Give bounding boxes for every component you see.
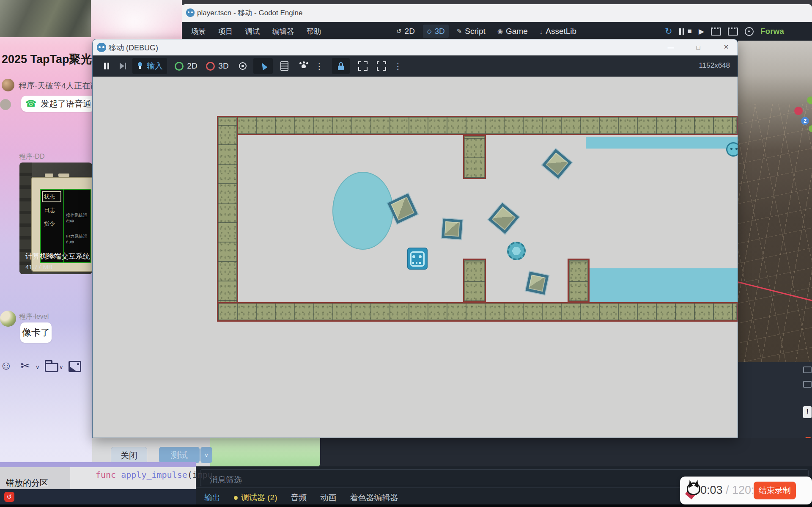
camera-lock-toggle[interactable] (332, 58, 350, 74)
gizmo-z-ball[interactable]: Z (801, 117, 809, 125)
3d-debug-toggle[interactable]: 3D (203, 58, 231, 74)
cursor-arrow-icon (259, 62, 267, 71)
terminal-menu-item: 日志 (44, 207, 55, 214)
menu-editor[interactable]: 编辑器 (272, 27, 294, 36)
crate (542, 149, 572, 179)
close-window-button[interactable]: ✕ (720, 41, 732, 53)
menu-project[interactable]: 项目 (218, 27, 233, 36)
terminal-nub (45, 174, 53, 177)
scene-list-button[interactable] (277, 58, 291, 74)
tile-column-left (217, 116, 238, 322)
test-dropdown-button[interactable]: ∨ (200, 447, 212, 463)
partition-label: 错放的分区 (6, 477, 48, 489)
red-app-icon[interactable]: ↺ (4, 492, 14, 502)
sender-name: 程序-DD (19, 152, 44, 161)
partition-status-cell: 错放的分区 (0, 467, 70, 489)
script-editor-strip[interactable]: func apply_impulse(impu (70, 467, 196, 489)
more-view-button[interactable]: ⋮ (394, 58, 402, 74)
pause-icon[interactable] (679, 28, 681, 35)
avatar[interactable] (0, 99, 11, 110)
workspace-tabs: ↺ 2D ◇ 3D ✎ Script ◉ Game ↓ AssetLib (392, 22, 580, 41)
image-icon[interactable] (69, 361, 81, 372)
maximize-button[interactable]: □ (692, 41, 705, 53)
dock-icon[interactable] (803, 366, 812, 373)
menu-help[interactable]: 帮助 (307, 27, 321, 36)
phone-icon: ☎ (25, 99, 36, 109)
voice-call-label: 发起了语音通话 (41, 98, 100, 110)
debug-toolbar: 输入 2D 3D ⋮ ⋮ 1152x648 (93, 55, 738, 77)
select-mode-button[interactable] (253, 58, 273, 74)
tab-2d[interactable]: ↺ 2D (392, 25, 419, 38)
editor-dark-strip (320, 438, 812, 468)
tab-debugger-label: 调试器 (2) (241, 492, 277, 503)
pause-button[interactable] (99, 58, 111, 74)
3d-viewport-strip[interactable]: Z (738, 41, 812, 362)
tile-row-bottom (217, 302, 738, 322)
emoji-icon[interactable]: ☺ (0, 359, 12, 372)
voice-call-banner[interactable]: ☎ 发起了语音通话 (21, 96, 95, 112)
expand-view-button[interactable] (374, 58, 389, 74)
chat-header-artwork (0, 0, 91, 37)
sender-name: 程序-level (19, 312, 49, 321)
grab-button[interactable] (296, 58, 311, 74)
tab-script[interactable]: ✎ Script (453, 25, 489, 38)
close-button[interactable]: 关闭 (111, 447, 147, 464)
gizmo-y-ball[interactable] (807, 96, 812, 104)
movie-writer-icon[interactable] (728, 28, 738, 36)
menu-debug[interactable]: 调试 (245, 27, 260, 36)
avatar[interactable] (0, 311, 16, 327)
film-reel-icon[interactable] (745, 27, 754, 36)
tab-2d-label: 2D (405, 27, 415, 36)
gizmo-x-ball[interactable] (794, 107, 803, 115)
play-scene-icon[interactable]: ▶ (699, 27, 704, 36)
restart-scene-icon[interactable]: ↻ (665, 26, 672, 36)
terminal-menu-item: 指令 (44, 220, 55, 228)
warning-badge[interactable]: ! (803, 406, 812, 418)
fullscreen-corners-icon (358, 61, 368, 71)
input-label: 输入 (147, 61, 163, 72)
screen-bottom-strip (0, 504, 812, 507)
terminal-status-line: 操作系统运行中 (66, 212, 91, 224)
tab-audio[interactable]: 音频 (291, 492, 307, 503)
debug-titlebar[interactable]: 移动 (DEBUG) — □ ✕ (93, 39, 738, 56)
more-options-button[interactable]: ⋮ (315, 58, 324, 74)
2d-debug-toggle[interactable]: 2D (172, 58, 200, 74)
tab-3d[interactable]: ◇ 3D (423, 25, 449, 38)
godot-titlebar[interactable]: player.tscn - 移动 - Godot Engine (182, 4, 812, 22)
tab-shader-editor[interactable]: 着色器编辑器 (350, 492, 398, 503)
movie-maker-icon[interactable] (711, 28, 721, 36)
terminal-menu-item: 状态 (44, 193, 55, 201)
fit-view-button[interactable] (356, 58, 370, 74)
test-button[interactable]: 测试 (159, 447, 200, 463)
next-frame-button[interactable] (115, 58, 128, 74)
game-viewport[interactable] (93, 77, 738, 438)
tab-animation[interactable]: 动画 (321, 492, 337, 503)
screenshot-scissors-icon[interactable]: ✂ (20, 359, 30, 373)
folder-icon[interactable] (45, 363, 58, 372)
visibility-button[interactable] (236, 58, 250, 74)
tab-assetlib[interactable]: ↓ AssetLib (536, 25, 580, 38)
tab-game[interactable]: ◉ Game (494, 25, 532, 38)
chevron-down-icon[interactable]: ∨ (59, 364, 63, 370)
red-ring-icon (206, 62, 215, 71)
avatar[interactable] (2, 79, 14, 91)
resolution-label: 1152x648 (699, 61, 730, 70)
tab-debugger[interactable]: 调试器 (2) (234, 492, 277, 503)
video-message-card[interactable]: 状态 日志 指令 退出 操作系统运行中 电力系统运行中 计算机终端交互系统 ( … (19, 163, 92, 274)
list-icon (280, 61, 288, 71)
game-teal-circle (332, 172, 393, 250)
renderer-label[interactable]: Forwa (760, 27, 784, 36)
menu-scene[interactable]: 场景 (191, 27, 206, 36)
ghost-face (410, 251, 425, 267)
input-toggle[interactable]: 输入 (132, 58, 167, 74)
stop-icon[interactable]: ■ (688, 27, 692, 36)
minimize-button[interactable]: — (664, 41, 677, 53)
run-toolbar: ↻ ■ ▶ Forwa (665, 22, 784, 41)
message-filter-input[interactable] (209, 475, 380, 485)
chevron-down-icon[interactable]: ∨ (36, 364, 40, 370)
godot-menubar: 场景 项目 调试 编辑器 帮助 ↺ 2D ◇ 3D ✎ Script ◉ Gam… (182, 22, 812, 41)
stop-recording-button[interactable]: 结束录制 (754, 482, 796, 499)
tile-wall (463, 259, 486, 303)
tab-output[interactable]: 输出 (204, 492, 220, 503)
dock-icon[interactable] (803, 381, 812, 388)
